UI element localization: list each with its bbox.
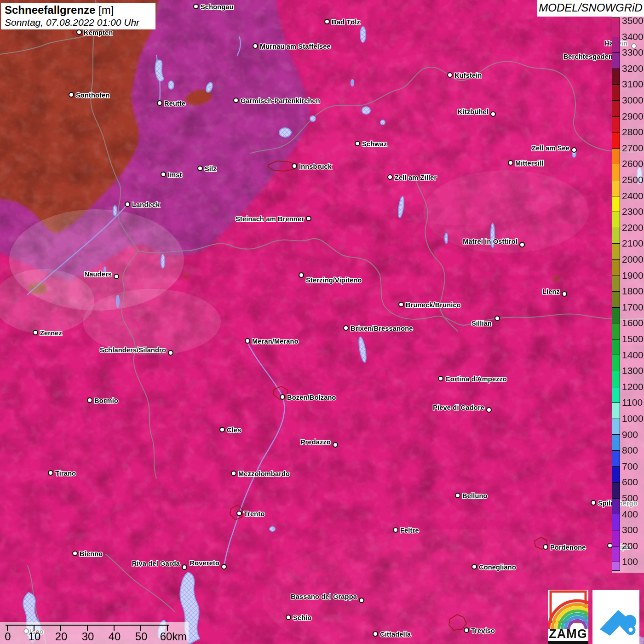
city-label: Garmisch-Partenkirchen — [241, 97, 320, 104]
city-label: Kitzbühel — [458, 108, 489, 115]
city-label: Tirano — [55, 470, 76, 477]
colorbar-value: 1500 — [622, 334, 644, 345]
city-label: Reutte — [164, 100, 185, 107]
colorbar-swatch — [612, 132, 620, 148]
colorbar-swatch — [612, 307, 620, 323]
colorbar-swatch — [612, 498, 620, 514]
colorbar-value: 2700 — [622, 142, 644, 153]
lake — [270, 527, 275, 531]
city-label: Bormio — [94, 397, 118, 404]
city-label: Bad Tölz — [332, 18, 360, 26]
lake — [310, 116, 316, 121]
colorbar-swatch — [612, 84, 620, 100]
city-label: Conegliano — [479, 564, 516, 571]
colorbar-value: 2100 — [622, 238, 644, 249]
city-label: Schongau — [201, 3, 234, 11]
city-label: Sonthofen — [76, 92, 109, 99]
city-dot — [237, 511, 242, 516]
colorbar-value: 3200 — [622, 63, 644, 74]
city-label: Zernez — [40, 329, 62, 337]
colorbar-swatch — [612, 148, 620, 164]
city-dot — [292, 164, 297, 168]
colorbar-value: 500 — [622, 493, 638, 504]
map-title-box: Schneefallgrenze [m] Sonntag, 07.08.2022… — [1, 3, 155, 29]
colorbar-value: 2200 — [622, 222, 644, 233]
city-dot — [245, 339, 250, 343]
city-label: Kempten — [84, 29, 113, 36]
city-label: Sillian — [472, 320, 492, 327]
city-label: Berchtesgaden — [564, 53, 613, 60]
city-label: Bruneck/Brunico — [406, 301, 461, 309]
snowline-colorbar — [612, 17, 620, 571]
city-dot — [182, 565, 187, 569]
city-dot — [543, 545, 548, 549]
colorbar-value: 100 — [622, 556, 638, 567]
city-dot — [591, 500, 596, 505]
city-dot — [280, 395, 285, 399]
colorbar-value: 1200 — [622, 381, 644, 392]
scalebar-label: 50 — [135, 630, 148, 643]
weather-map-screen: SchongauBad TölzKemptenMurnau am Staffel… — [0, 0, 644, 644]
lake — [279, 128, 291, 137]
colorbar-value: 1400 — [622, 349, 644, 360]
lake — [360, 27, 366, 42]
city-label: Zell am Ziller — [395, 174, 437, 181]
colorbar-value: 2800 — [622, 126, 644, 138]
colorbar-swatch — [612, 259, 620, 276]
city-dot — [231, 471, 236, 476]
city-label: Trento — [244, 510, 265, 518]
city-label: Cittadella — [380, 631, 411, 638]
snow-service-logo — [592, 590, 639, 644]
city-dot — [355, 141, 360, 146]
colorbar-swatch — [612, 514, 620, 530]
city-label: Treviso — [471, 627, 495, 634]
scalebar-label: 10 — [29, 630, 41, 643]
colorbar-swatch — [612, 228, 620, 244]
colorbar-swatch — [612, 371, 620, 387]
zamg-logo: ZAMG — [548, 590, 588, 644]
city-dot — [253, 44, 258, 48]
city-dot — [114, 274, 119, 279]
city-dot — [344, 326, 348, 330]
city-dot — [373, 632, 378, 636]
city-label: Predazzo — [301, 438, 331, 446]
city-label: Innsbruck — [299, 163, 332, 170]
colorbar-tick-labels: 3500340033003200310030002900280027002600… — [622, 0, 644, 580]
city-dot — [359, 598, 364, 603]
colorbar-swatch — [612, 562, 620, 570]
colorbar-swatch — [612, 180, 620, 196]
city-dot — [222, 564, 226, 569]
city-dot — [399, 302, 403, 307]
city-label: Zell am See — [532, 144, 569, 152]
city-dot — [464, 628, 469, 632]
model-label-box: MODEL/SNOWGRiD — [537, 0, 644, 17]
city-dot — [508, 161, 513, 165]
colorbar-value: 800 — [622, 445, 638, 456]
colorbar-swatch — [612, 196, 620, 212]
colorbar-swatch — [612, 402, 620, 419]
colorbar-value: 2300 — [622, 206, 644, 217]
city-label: Imst — [168, 171, 182, 178]
city-dot — [325, 19, 329, 24]
city-dot — [455, 493, 460, 498]
colorbar-value: 3300 — [622, 47, 644, 58]
city-label: Nauders — [85, 270, 112, 278]
colorbar-value: 1000 — [622, 413, 644, 424]
scalebar-label: 30 — [82, 630, 94, 643]
city-dot — [157, 101, 162, 105]
colorbar-swatch — [612, 21, 620, 37]
lake — [380, 120, 385, 125]
colorbar-value: 600 — [622, 477, 638, 488]
city-dot — [220, 427, 224, 432]
city-label: Landeck — [132, 201, 160, 208]
distance-scalebar: 0102030405060km — [0, 622, 189, 644]
colorbar-swatch — [612, 530, 620, 546]
colorbar-swatch — [612, 37, 620, 53]
city-dot — [438, 376, 443, 381]
colorbar-swatch — [612, 466, 620, 483]
colorbar-swatch — [612, 212, 620, 228]
title-text: Schneefallgrenze — [5, 4, 95, 16]
city-dot — [125, 202, 130, 207]
colorbar-value: 1900 — [622, 270, 644, 281]
city-label: Rovereto — [190, 559, 219, 567]
